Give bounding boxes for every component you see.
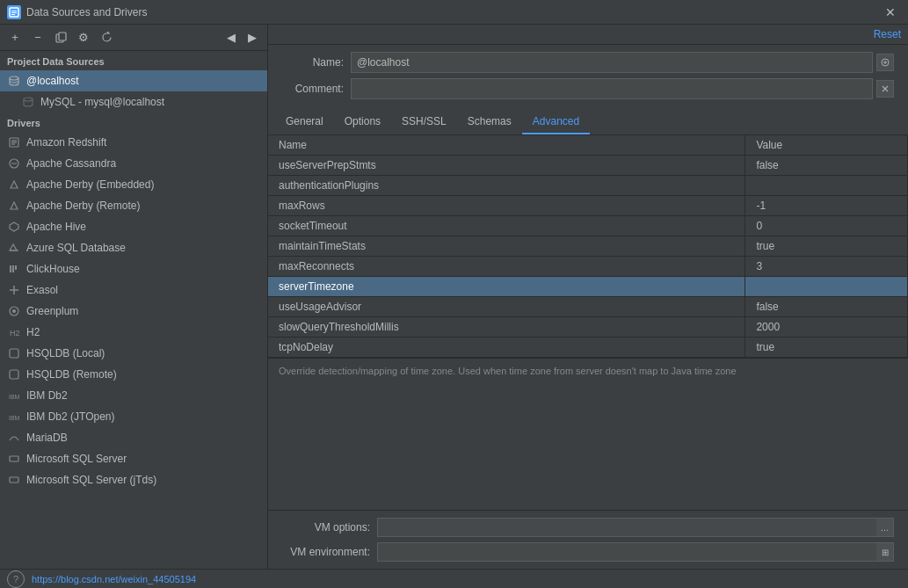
title-bar: Data Sources and Drivers ✕ [0, 0, 908, 25]
driver-hsqldb-local[interactable]: HSQLDB (Local) [0, 343, 267, 364]
vm-environment-input-wrap: ⊞ [377, 542, 894, 562]
driver-apache-cassandra[interactable]: Apache Cassandra [0, 153, 267, 174]
name-field-button[interactable] [876, 54, 894, 71]
driver-exasol[interactable]: Exasol [0, 279, 267, 301]
table-header-row: Name Value [268, 135, 908, 156]
table-row[interactable]: useUsageAdvisor false [268, 297, 908, 317]
add-button[interactable]: + [5, 28, 25, 47]
azure-icon [7, 241, 21, 255]
driver-ibm-db2-jtopen[interactable]: IBM IBM Db2 (JTOpen) [0, 406, 267, 427]
project-data-sources-label: Project Data Sources [0, 51, 267, 70]
row-name-cell: serverTimezone [268, 277, 745, 297]
hsqldb-local-icon [7, 346, 21, 360]
table-row[interactable]: tcpNoDelay true [268, 338, 908, 358]
svg-rect-24 [10, 349, 18, 358]
comment-input[interactable] [351, 78, 873, 99]
hsqldb-remote-icon [7, 367, 21, 381]
table-row[interactable]: maxRows -1 [268, 196, 908, 216]
svg-text:IBM: IBM [9, 394, 20, 400]
tab-ssh-ssl[interactable]: SSH/SSL [391, 110, 457, 134]
vm-environment-label: VM environment: [282, 546, 370, 558]
driver-apache-derby-embedded[interactable]: Apache Derby (Embedded) [0, 174, 267, 195]
vm-options-input-wrap: … [377, 518, 894, 537]
table-row[interactable]: authenticationPlugins [268, 176, 908, 196]
driver-mariadb[interactable]: MariaDB [0, 427, 267, 448]
vm-environment-button[interactable]: ⊞ [876, 542, 894, 562]
remove-button[interactable]: − [28, 28, 47, 47]
reset-button[interactable]: Reset [874, 28, 901, 40]
comment-label: Comment: [282, 83, 344, 95]
back-button[interactable]: ◀ [222, 28, 241, 47]
copy-button[interactable] [51, 28, 70, 47]
right-toolbar: Reset [268, 25, 908, 45]
close-button[interactable]: ✕ [880, 4, 901, 21]
row-name-cell: useServerPrepStmts [268, 156, 745, 176]
mssql-label: Microsoft SQL Server [26, 453, 127, 465]
driver-ibm-db2[interactable]: IBM IBM Db2 [0, 385, 267, 406]
row-value-cell: true [745, 236, 908, 257]
row-value-cell [745, 176, 908, 196]
table-row[interactable]: serverTimezone [268, 277, 908, 297]
name-input[interactable] [351, 52, 873, 73]
vm-options-input[interactable] [377, 518, 876, 537]
row-name-cell: authenticationPlugins [268, 176, 745, 196]
table-row[interactable]: socketTimeout 0 [268, 216, 908, 236]
row-name-cell: maintainTimeStats [268, 236, 745, 257]
clickhouse-icon [7, 262, 21, 276]
driver-amazon-redshift[interactable]: Amazon Redshift [0, 132, 267, 153]
refresh-button[interactable] [97, 28, 116, 47]
driver-apache-derby-remote[interactable]: Apache Derby (Remote) [0, 195, 267, 216]
left-panel: + − ⚙ ◀ ▶ Project Data Sources [0, 25, 268, 569]
table-row[interactable]: useServerPrepStmts false [268, 156, 908, 176]
row-name-cell: socketTimeout [268, 216, 745, 236]
clickhouse-label: ClickHouse [26, 263, 80, 275]
properties-table: Name Value useServerPrepStmts false auth… [268, 135, 908, 358]
azure-sql-label: Azure SQL Database [26, 242, 126, 254]
row-name-cell: tcpNoDelay [268, 338, 745, 358]
table-row[interactable]: maintainTimeStats true [268, 236, 908, 257]
table-row[interactable]: slowQueryThresholdMillis 2000 [268, 317, 908, 338]
driver-mssql[interactable]: Microsoft SQL Server [0, 448, 267, 469]
svg-text:H2: H2 [10, 329, 20, 338]
col-name-header: Name [268, 135, 745, 156]
vm-options-button[interactable]: … [876, 518, 894, 537]
svg-text:IBM: IBM [9, 415, 20, 421]
driver-apache-hive[interactable]: Apache Hive [0, 216, 267, 237]
row-value-cell: 3 [745, 257, 908, 277]
tab-general[interactable]: General [275, 110, 334, 134]
driver-azure-sql[interactable]: Azure SQL Database [0, 237, 267, 258]
driver-greenplum[interactable]: Greenplum [0, 301, 267, 322]
datasource-mysql[interactable]: MySQL - mysql@localhost [0, 91, 267, 113]
derby-embedded-icon [7, 178, 21, 192]
svg-rect-5 [59, 33, 66, 40]
right-panel: Reset Name: Comment: [268, 25, 908, 569]
tab-advanced[interactable]: Advanced [522, 110, 590, 134]
ibm-db2-jtopen-label: IBM Db2 (JTOpen) [26, 410, 114, 423]
mariadb-label: MariaDB [26, 432, 68, 444]
hive-icon [7, 220, 21, 234]
datasource-localhost[interactable]: @localhost [0, 70, 267, 91]
driver-hsqldb-remote[interactable]: HSQLDB (Remote) [0, 364, 267, 385]
vm-environment-input[interactable] [377, 542, 876, 562]
exasol-icon [7, 283, 21, 297]
svg-rect-29 [10, 477, 18, 483]
driver-mssql-jtds[interactable]: Microsoft SQL Server (jTds) [0, 469, 267, 490]
mariadb-icon [7, 431, 21, 445]
comment-field-button[interactable] [876, 80, 894, 98]
svg-point-7 [24, 98, 33, 101]
row-value-cell: 2000 [745, 317, 908, 338]
forward-button[interactable]: ▶ [243, 28, 262, 47]
driver-clickhouse[interactable]: ClickHouse [0, 258, 267, 279]
driver-h2[interactable]: H2 H2 [0, 322, 267, 343]
row-value-cell: -1 [745, 196, 908, 216]
amazon-redshift-icon [7, 135, 21, 149]
help-button[interactable]: ? [7, 570, 25, 588]
table-row[interactable]: maxReconnects 3 [268, 257, 908, 277]
row-value-cell: true [745, 338, 908, 358]
hsqldb-remote-label: HSQLDB (Remote) [26, 368, 117, 381]
main-window: Data Sources and Drivers ✕ + − ⚙ ◀ ▶ [0, 0, 908, 588]
hint-text: Override detection/mapping of time zone.… [268, 358, 908, 383]
settings-button[interactable]: ⚙ [74, 28, 93, 47]
tab-schemas[interactable]: Schemas [457, 110, 522, 134]
tab-options[interactable]: Options [334, 110, 391, 134]
